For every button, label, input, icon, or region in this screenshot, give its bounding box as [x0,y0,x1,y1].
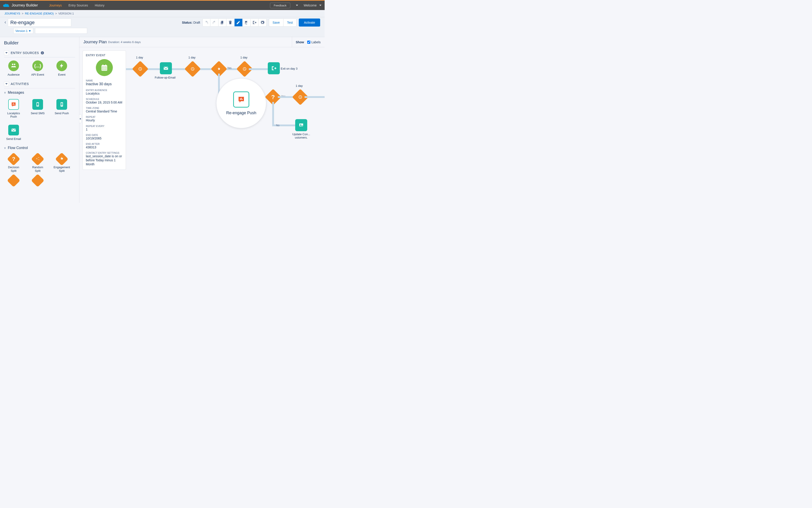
settings-button[interactable] [258,18,267,27]
wait-node-2[interactable] [187,63,198,75]
nav-history[interactable]: History [95,4,105,7]
palette-send-push[interactable]: ! Send Push [53,99,70,119]
update-customers-node[interactable] [295,119,307,131]
activate-button[interactable]: Activate [299,18,320,27]
test-button[interactable]: Test [283,18,297,27]
journey-name-input[interactable] [8,18,71,27]
app-title: Journey Builder [12,3,38,8]
palette-engagement-split[interactable]: Engagement Split [53,155,70,172]
activities-heading: ACTIVITIES [11,82,29,86]
top-nav-links: Journeys Entry Sources History [49,4,104,7]
palette-api-event[interactable]: {...} API Event [29,60,46,77]
calendar-icon [96,59,113,76]
breadcrumb-journey-name[interactable]: RE-ENGAGE (DEMO) [25,12,54,15]
activities-toggle[interactable] [4,81,9,86]
wait-node-1[interactable] [135,63,146,75]
entry-event-card[interactable]: ENTRY EVENT NAMEInactive 30 days ENTRY A… [83,50,126,170]
palette-audience[interactable]: Audience [5,60,22,77]
localytics-push-icon [233,91,249,108]
redo-button[interactable] [210,18,219,27]
followup-email-node[interactable] [160,62,172,74]
exit-criteria-button[interactable] [251,18,258,27]
svg-point-2 [38,106,38,106]
svg-rect-1 [37,103,39,105]
sidebar-collapse-handle[interactable]: ◀ [79,114,81,123]
labels-checkbox[interactable]: Labels [307,40,321,44]
chevron-down-icon [319,5,322,6]
palette-event[interactable]: Event [53,60,70,77]
save-button[interactable]: Save [269,18,283,27]
journey-header: ‹ Version 1 ▼ Status: Draft Save Test Ac… [0,17,325,37]
secondary-name-input[interactable] [35,28,87,34]
welcome-menu[interactable]: Welcome [304,4,322,7]
svg-text:!: ! [61,103,62,105]
copy-button[interactable] [219,18,227,27]
re-engage-push-spotlight[interactable]: Re-engage Push [216,78,266,128]
entry-sources-heading: ENTRY SOURCES [11,51,39,55]
goals-button[interactable] [243,18,251,27]
back-button[interactable]: ‹ [4,19,6,25]
nav-entry-sources[interactable]: Entry Sources [68,4,88,7]
svg-point-15 [300,124,301,125]
palette-more-1[interactable] [5,176,22,185]
show-label: Show [296,40,304,44]
breadcrumb-journeys[interactable]: JOURNEYS [4,12,20,15]
version-dropdown[interactable]: Version 1 ▼ [13,28,33,34]
engagement-split-node[interactable] [213,63,225,75]
canvas-area: Journey Plan Duration: 4 weeks 6 days Sh… [79,37,325,203]
decision-split-node[interactable]: ? [267,91,279,103]
palette-random-split[interactable]: Random Split [29,155,46,172]
palette-send-sms[interactable]: Send SMS [29,99,46,119]
palette-decision-split[interactable]: ? Decision Split [5,155,22,172]
breadcrumb: JOURNEYS > RE-ENGAGE (DEMO) > VERSION 1 [0,10,325,17]
palette-localytics-push[interactable]: Localytics Push [5,99,22,119]
account-menu-caret-icon[interactable] [296,5,298,6]
canvas-title: Journey Plan [83,40,107,44]
top-nav-bar: Journey Builder Journeys Entry Sources H… [0,1,325,10]
palette-send-email[interactable]: Send Email [5,125,22,141]
breadcrumb-version: VERSION 1 [58,12,74,15]
flow-control-heading: Flow Control [8,146,28,150]
delete-button[interactable] [227,18,235,27]
exit-node[interactable] [268,62,280,74]
builder-sidebar: Builder ENTRY SOURCES i Audience {...} A… [0,37,79,203]
status-label: Status: Draft [182,21,200,24]
journey-canvas[interactable]: ◀ ENTRY EVENT NAMEInactive 30 days ENTRY… [79,47,325,203]
svg-rect-8 [103,65,103,66]
undo-button[interactable] [202,18,210,27]
feedback-button[interactable]: Feedback [270,3,290,8]
edit-button[interactable] [235,18,243,27]
salesforce-cloud-icon [3,3,9,8]
palette-more-2[interactable] [29,176,46,185]
nav-journeys[interactable]: Journeys [49,4,62,7]
messages-heading: Messages [8,91,24,95]
sidebar-title: Builder [4,40,75,45]
info-icon[interactable]: i [41,51,44,54]
entry-sources-toggle[interactable] [4,50,9,55]
svg-rect-9 [105,65,106,66]
canvas-duration: Duration: 4 weeks 6 days [108,40,141,44]
